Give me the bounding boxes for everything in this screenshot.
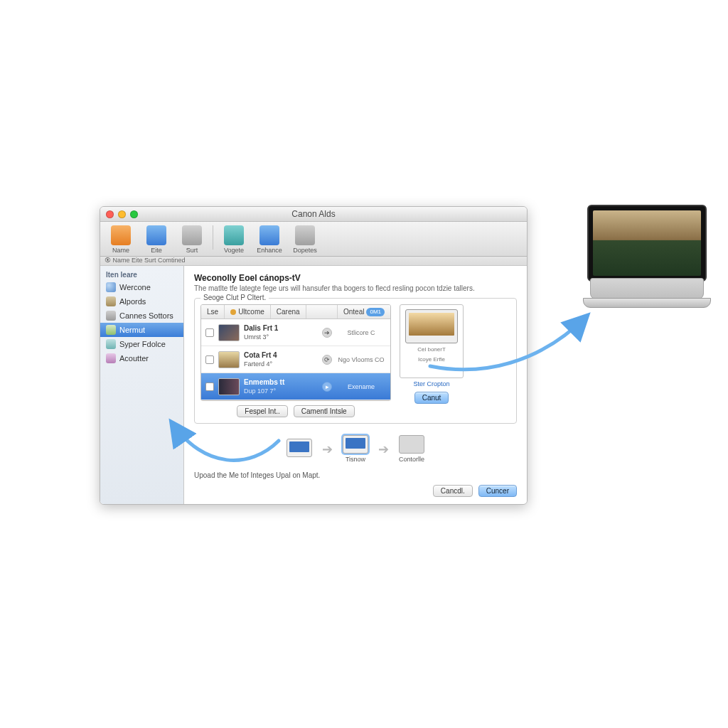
cancel-button[interactable]: Cancdl. <box>433 485 473 497</box>
sidebar-item-syper[interactable]: Syper Fdolce <box>100 337 183 351</box>
preview-pane: Cel bonerT Icoye Erfle Ster Cropton Canu… <box>398 304 465 417</box>
list-row-selected[interactable]: Enmembs tt Dup 107 7° ▸ Exename <box>201 373 390 400</box>
row-status: Stlicore C <box>336 329 386 336</box>
sidebar-item-wercone[interactable]: Wercone <box>100 280 183 294</box>
preview-caption: Icoye Erfle <box>418 356 445 363</box>
device-label: Contorlle <box>399 456 424 463</box>
preview-action-button[interactable]: Canut <box>414 392 449 404</box>
page-description: The matlte tfe lategte fege urs will han… <box>194 284 517 292</box>
play-icon: ▸ <box>322 382 332 392</box>
sidebar-item-label: Wercone <box>119 283 151 291</box>
camentl-button[interactable]: Camentl Intsle <box>294 405 355 417</box>
row-title: Enmembs tt <box>244 378 318 387</box>
device-middle[interactable]: Tisnow <box>343 435 368 463</box>
device-target[interactable]: Contorlle <box>399 435 424 463</box>
device-source[interactable] <box>287 439 312 459</box>
list-row[interactable]: Cota Frt 4 Farterd 4° ⟳ Ngo Vlooms CO <box>201 346 390 373</box>
sidebar-heading: Iten leare <box>100 269 183 280</box>
sidebar-item-label: Alpords <box>119 297 146 306</box>
content-pane: Weconolly Eoel cánops-tV The matlte tfe … <box>184 266 527 504</box>
page-heading: Weconolly Eoel cánops-tV <box>194 273 517 283</box>
device-label: Tisnow <box>346 456 365 463</box>
source-group: Seoge Clut P Cltert. Lse Ultcome Carena … <box>194 298 517 424</box>
refresh-icon: ⟳ <box>322 355 332 365</box>
list-row[interactable]: Dalis Frt 1 Umrst 3° ➔ Stlicore C <box>201 319 390 346</box>
sidebar-item-nermut[interactable]: Nermut <box>100 323 183 337</box>
titlebar[interactable]: Canon Alds <box>100 207 527 222</box>
printer-icon <box>295 225 315 245</box>
arrow-right-icon: ➔ <box>322 328 332 338</box>
sidebar-item-cannes[interactable]: Cannes Sottors <box>100 309 183 323</box>
row-title: Dalis Frt 1 <box>244 324 318 333</box>
thumbnail-icon <box>218 351 240 368</box>
laptop-icon <box>287 439 312 457</box>
device-flow: ➔ Tisnow ➔ Contorlle <box>194 435 517 463</box>
tab-ultcome[interactable]: Ultcome <box>225 305 271 318</box>
row-status: Ngo Vlooms CO <box>336 356 386 363</box>
camera-icon <box>182 225 202 245</box>
database-icon <box>106 339 116 349</box>
footer-buttons: Cancdl. Cuncer <box>194 485 517 497</box>
checkbox[interactable] <box>205 382 214 391</box>
document-icon <box>106 325 116 335</box>
download-icon <box>259 225 279 245</box>
checkbox[interactable] <box>205 355 214 364</box>
row-subtitle: Farterd 4° <box>244 360 318 368</box>
sidebar-item-acoutter[interactable]: Acoutter <box>100 351 183 365</box>
app-window: Canon Alds Name Eite Surt Vogete Enhance… <box>100 206 528 505</box>
confirm-button[interactable]: Cuncer <box>478 485 517 497</box>
folder-icon <box>111 225 131 245</box>
external-laptop-illustration <box>583 205 711 308</box>
row-subtitle: Umrst 3° <box>244 333 318 341</box>
tab-lse[interactable]: Lse <box>201 305 225 318</box>
toolbar-item-dopetes[interactable]: Dopetes <box>289 225 321 254</box>
tab-onteal[interactable]: Onteal0M1 <box>337 305 390 318</box>
preview-link[interactable]: Ster Cropton <box>413 380 449 387</box>
fespel-button[interactable]: Fespel Int.. <box>237 405 287 417</box>
toolbar-item-name[interactable]: Name <box>105 225 137 254</box>
chevron-right-icon: ➔ <box>322 441 333 457</box>
footnote-text: Upoad the Me tof Integes Upal on Mapt. <box>194 471 517 479</box>
toolbar-separator <box>213 225 213 250</box>
sidebar-item-label: Syper Fdolce <box>119 340 166 348</box>
tab-carena[interactable]: Carena <box>271 305 306 318</box>
preview-caption: Cel bonerT <box>417 346 446 353</box>
sidebar: Iten leare Wercone Alpords Cannes Sottor… <box>100 266 184 504</box>
list-tabs: Lse Ultcome Carena Onteal0M1 <box>201 305 390 319</box>
sidebar-item-alpords[interactable]: Alpords <box>100 294 183 309</box>
sidebar-item-label: Acoutter <box>119 354 149 363</box>
sidebar-item-label: Nermut <box>119 326 145 334</box>
user-icon <box>106 353 116 363</box>
info-icon <box>224 225 244 245</box>
row-status: Exename <box>336 383 386 390</box>
window-title: Canon Alds <box>100 209 527 219</box>
toolbar-item-vogete[interactable]: Vogete <box>218 225 250 254</box>
group-legend: Seoge Clut P Cltert. <box>200 294 269 301</box>
globe-icon <box>106 282 116 292</box>
item-list: Lse Ultcome Carena Onteal0M1 Dalis Frt 1 <box>200 304 391 401</box>
sidebar-item-label: Cannes Sottors <box>119 311 173 320</box>
dot-icon <box>230 309 236 315</box>
toolbar-item-eite[interactable]: Eite <box>140 225 173 254</box>
row-title: Cota Frt 4 <box>244 351 318 360</box>
thumbnail-icon <box>218 324 240 341</box>
box-icon <box>106 296 116 306</box>
toolbar: Name Eite Surt Vogete Enhance Dopetes <box>100 222 527 257</box>
camera-device-icon <box>399 435 424 454</box>
badge: 0M1 <box>366 308 385 316</box>
checkbox[interactable] <box>205 328 214 337</box>
toolbar-item-surt[interactable]: Surt <box>176 225 208 254</box>
preview-frame: Cel bonerT Icoye Erfle <box>400 304 464 378</box>
toolbar-item-enhance[interactable]: Enhance <box>253 225 286 254</box>
row-subtitle: Dup 107 7° <box>244 387 318 395</box>
shield-icon <box>146 225 166 245</box>
monitor-icon <box>343 435 368 454</box>
gear-icon <box>106 311 116 321</box>
laptop-preview-icon <box>405 309 458 343</box>
thumbnail-icon <box>218 378 240 395</box>
toolbar-status-strip: ⦿ Name Eite Surt Comtined <box>100 257 527 266</box>
chevron-right-icon: ➔ <box>378 441 389 457</box>
